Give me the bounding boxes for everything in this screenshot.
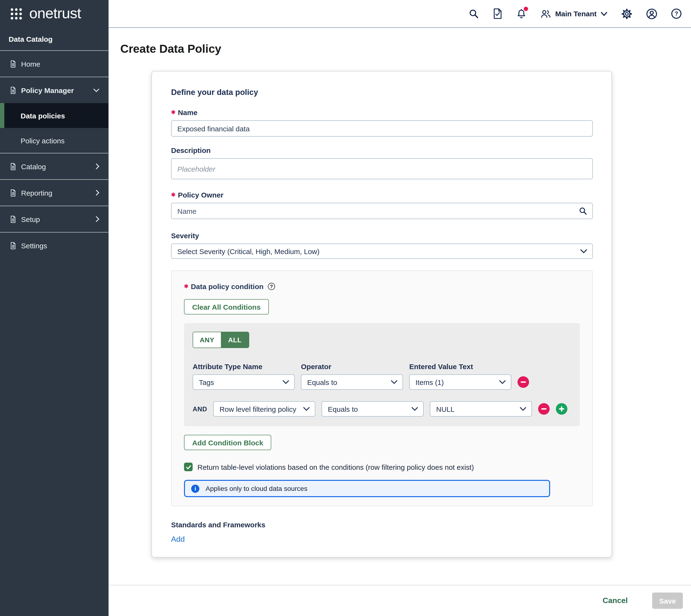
sidebar-item-label: Home [21,60,108,68]
sidebar-item-label: Settings [21,241,108,249]
description-label: Description [171,146,593,154]
sidebar-item-home[interactable]: Home [0,51,108,77]
footer-actions: Cancel Save [109,585,691,616]
sidebar-item-label: Setup [21,215,92,223]
attribute-select[interactable]: Tags [193,374,295,390]
page-content: Create Data Policy Define your data poli… [109,28,691,585]
add-condition-button[interactable] [556,403,567,415]
section-title: Define your data policy [171,88,593,97]
standards-add-link[interactable]: Add [171,535,185,544]
operator-select[interactable]: Equals to [321,401,424,417]
description-placeholder: Placeholder [177,165,215,173]
app-window: onetrust Data Catalog Home Policy Manage… [0,0,691,616]
policy-owner-input[interactable]: Name [171,203,593,219]
standards-label: Standards and Frameworks [171,521,593,529]
sidebar-item-data-policies[interactable]: Data policies [0,103,108,128]
column-operator: Operator [301,362,409,371]
document-icon [8,59,18,68]
gear-icon[interactable] [621,8,632,19]
chevron-down-icon [499,380,506,384]
document-icon [8,215,18,224]
notifications-bell-icon[interactable] [516,8,527,19]
tenant-name: Main Tenant [555,9,597,18]
policy-form-card: Define your data policy ✱ Name Exposed f… [151,71,612,557]
column-value: Entered Value Text [409,362,517,371]
value-select[interactable]: Items (1) [409,374,511,390]
chevron-down-icon [303,406,310,411]
required-asterisk: ✱ [171,192,175,198]
chevron-down-icon [282,380,289,384]
sidebar-item-policy-manager[interactable]: Policy Manager [0,77,108,103]
toggle-all[interactable]: ALL [221,332,249,348]
checkbox-label: Return table-level violations based on t… [197,463,474,471]
attribute-select[interactable]: Row level filtering policy [213,401,315,417]
sidebar-item-label: Data policies [21,111,65,119]
name-value: Exposed financial data [177,125,250,133]
tenant-switcher[interactable]: Main Tenant [540,8,608,19]
description-input[interactable]: Placeholder [171,158,593,179]
required-asterisk: ✱ [171,109,175,115]
name-input[interactable]: Exposed financial data [171,120,593,137]
onetrust-logo[interactable]: onetrust [0,0,108,28]
search-icon[interactable] [468,8,479,19]
info-icon: i [191,484,199,492]
sidebar-item-reporting[interactable]: Reporting [0,180,108,206]
sidebar-item-setup[interactable]: Setup [0,206,108,232]
notification-badge [523,6,528,11]
document-icon [8,162,18,171]
condition-row: AND Row level filtering policy Equals to [193,401,571,417]
logo-wordmark: onetrust [29,5,81,22]
policy-owner-placeholder: Name [177,207,197,215]
value-select[interactable]: NULL [430,401,532,417]
help-icon[interactable]: ? [671,8,682,19]
product-name: Data Catalog [0,28,108,50]
chevron-down-icon [93,88,100,92]
operator-select[interactable]: Equals to [301,374,403,390]
checkbox-checked[interactable] [184,463,193,471]
save-button[interactable]: Save [652,593,683,609]
condition-label: ✱ Data policy condition [184,282,264,290]
users-icon [540,8,551,19]
cancel-button[interactable]: Cancel [603,596,628,605]
sidebar-item-label: Policy actions [21,136,64,145]
chevron-right-icon [95,189,100,196]
clear-all-conditions-button[interactable]: Clear All Conditions [184,299,269,314]
severity-value: Select Severity (Critical, High, Medium,… [177,247,320,255]
main-area: Main Tenant [108,0,691,616]
condition-row: Tags Equals to [193,374,571,390]
page-title: Create Data Policy [120,42,679,56]
remove-condition-button[interactable] [538,403,550,415]
topbar: Main Tenant [109,0,691,28]
document-icon [8,86,18,95]
conjunction-label: AND [193,405,207,413]
sidebar-item-catalog[interactable]: Catalog [0,153,108,179]
svg-text:?: ? [675,10,678,17]
help-icon[interactable]: ? [268,283,275,290]
info-banner: i Applies only to cloud data sources [184,480,550,497]
toggle-any[interactable]: ANY [193,332,221,348]
document-check-icon[interactable] [492,8,503,19]
condition-panel: ✱ Data policy condition ? Clear All Cond… [171,270,593,506]
required-asterisk: ✱ [184,283,188,289]
search-icon[interactable] [578,206,587,216]
remove-condition-button[interactable] [517,376,529,388]
app-grid-icon [10,8,23,20]
sidebar-item-policy-actions[interactable]: Policy actions [0,128,108,153]
chevron-right-icon [95,216,100,222]
any-all-toggle[interactable]: ANY ALL [193,332,249,348]
sidebar-item-settings[interactable]: Settings [0,233,108,258]
user-profile-icon[interactable] [646,8,657,19]
sidebar: onetrust Data Catalog Home Policy Manage… [0,0,108,616]
condition-block: ANY ALL Attribute Type Name Operator Ent… [184,323,580,426]
severity-select[interactable]: Select Severity (Critical, High, Medium,… [171,244,593,259]
sidebar-item-label: Catalog [21,162,92,171]
column-attribute: Attribute Type Name [193,362,301,371]
sidebar-item-label: Policy Manager [21,86,90,94]
add-condition-block-button[interactable]: Add Condition Block [184,435,271,450]
chevron-down-icon [600,11,608,16]
chevron-down-icon [519,406,527,411]
name-label: ✱ Name [171,108,593,116]
document-icon [8,188,18,197]
chevron-down-icon [580,249,587,254]
chevron-down-icon [411,406,418,411]
